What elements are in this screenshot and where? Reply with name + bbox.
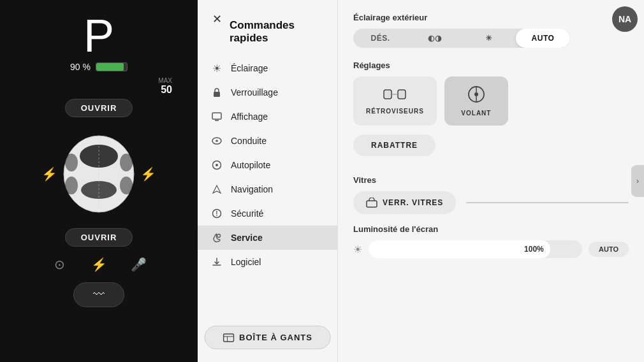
battery-fill (96, 63, 124, 71)
max-value: 50 (161, 84, 172, 96)
open-top-button[interactable]: OUVRIR (65, 99, 133, 117)
battery-percent: 90 % (70, 62, 91, 72)
svg-rect-8 (214, 92, 220, 97)
sidebar-item-service[interactable]: Service (198, 226, 337, 250)
luminosite-row: ☀ 100% AUTO (353, 240, 629, 258)
svg-rect-22 (384, 90, 392, 99)
reglages-title: Réglages (353, 61, 629, 70)
open-bottom-button[interactable]: OUVRIR (65, 228, 133, 247)
car-display: ⚡ ⚡ (35, 123, 163, 225)
svg-point-12 (216, 140, 218, 142)
lighting-btn-auto[interactable]: AUTO (516, 29, 570, 48)
gear-indicator: P (84, 13, 114, 59)
svg-point-17 (217, 235, 221, 238)
sidebar-item-autopilote[interactable]: Autopilote (198, 153, 337, 177)
rabattre-button[interactable]: RABATTRE (353, 134, 435, 156)
settings-panel: ✕ Commandes rapides ☀ Éclairage Verrouil… (198, 0, 644, 362)
lighting-btn-dim[interactable]: ◐◑ (407, 29, 462, 48)
sidebar-item-verrouillage[interactable]: Verrouillage (198, 80, 337, 105)
mic-icon[interactable]: 🎤 (128, 254, 149, 275)
close-button[interactable]: ✕ (208, 10, 226, 28)
securite-icon: ! (210, 207, 223, 220)
retroviseurs-label: RÉTROVISEURS (366, 108, 424, 115)
sidebar-item-affichage[interactable]: Affichage (198, 105, 337, 129)
sidebar-item-securite[interactable]: ! Sécurité (198, 201, 337, 226)
right-arrow-button[interactable]: › (631, 165, 644, 197)
luminosite-section: Luminosité de l'écran ☀ 100% AUTO (353, 224, 629, 258)
svg-rect-29 (367, 201, 377, 207)
sidebar-item-logiciel[interactable]: Logiciel (198, 250, 337, 274)
brightness-value: 100% (524, 245, 544, 254)
conduite-label: Conduite (231, 136, 267, 146)
volant-label: VOLANT (461, 110, 491, 117)
reglages-row: RÉTROVISEURS VOLANT (353, 76, 629, 126)
vitres-row: VERR. VITRES (353, 191, 629, 214)
svg-rect-23 (398, 90, 406, 99)
vitres-section: Vitres VERR. VITRES (353, 175, 629, 214)
svg-point-4 (65, 177, 78, 194)
retroviseurs-icon (383, 87, 406, 105)
verr-vitres-icon (366, 198, 377, 208)
eclairage-ext-title: Éclairage extérieur (353, 13, 629, 22)
glove-box-button[interactable]: BOÎTE À GANTS (204, 326, 331, 349)
lighting-buttons-row: DÉS. ◐◑ ☀ AUTO (353, 29, 570, 48)
glove-box-icon (223, 333, 234, 342)
sidebar-item-navigation[interactable]: Navigation (198, 177, 337, 201)
verrouillage-label: Verrouillage (231, 87, 278, 98)
content-panel: Éclairage extérieur DÉS. ◐◑ ☀ AUTO Régla… (338, 0, 644, 362)
lightning-right-icon: ⚡ (140, 166, 156, 182)
circle-icon[interactable]: ⊙ (49, 254, 70, 275)
brightness-slider[interactable]: 100% (369, 240, 582, 258)
eclairage-icon: ☀ (210, 62, 223, 75)
settings-sidebar: ✕ Commandes rapides ☀ Éclairage Verrouil… (198, 0, 338, 362)
max-label: MAX (158, 77, 172, 84)
svg-point-5 (120, 154, 133, 171)
conduite-icon (210, 134, 223, 147)
max-info: MAX 50 (158, 77, 172, 96)
affichage-icon (210, 110, 223, 123)
service-icon (210, 231, 223, 244)
navigation-label: Navigation (231, 184, 273, 194)
eclairage-label: Éclairage (231, 63, 268, 73)
bottom-icons-row: ⊙ ⚡ 🎤 (49, 254, 149, 275)
sidebar-item-eclairage[interactable]: ☀ Éclairage (198, 56, 337, 80)
volant-card[interactable]: VOLANT (444, 76, 508, 126)
eclairage-section: Éclairage extérieur DÉS. ◐◑ ☀ AUTO (353, 13, 629, 48)
brightness-auto-button[interactable]: AUTO (589, 242, 629, 257)
autopilote-label: Autopilote (231, 160, 270, 170)
retroviseurs-card[interactable]: RÉTROVISEURS (353, 76, 437, 126)
vitres-title: Vitres (353, 175, 629, 185)
svg-point-14 (216, 164, 218, 166)
lightning-icon[interactable]: ⚡ (89, 254, 109, 275)
sidebar-item-conduite[interactable]: Conduite (198, 129, 337, 153)
lighting-btn-des[interactable]: DÉS. (353, 29, 407, 48)
luminosite-title: Luminosité de l'écran (353, 224, 629, 234)
affichage-label: Affichage (231, 112, 268, 122)
lighting-btn-full[interactable]: ☀ (462, 29, 516, 48)
wiper-button[interactable]: 〰 (73, 282, 124, 307)
svg-point-3 (65, 154, 78, 171)
volant-icon (467, 85, 485, 107)
reglages-section: Réglages RÉTROVISEURS VOLANT RABATTRE (353, 61, 629, 166)
glove-box-label: BOÎTE À GANTS (239, 333, 312, 342)
logiciel-icon (210, 256, 223, 268)
left-panel: P 90 % MAX 50 OUVRIR ⚡ ⚡ (0, 0, 198, 362)
lightning-left-icon: ⚡ (41, 166, 57, 182)
battery-row: 90 % (70, 62, 128, 72)
svg-point-1 (80, 145, 118, 168)
securite-label: Sécurité (231, 208, 263, 219)
verr-vitres-button[interactable]: VERR. VITRES (353, 191, 456, 214)
brightness-icon: ☀ (353, 243, 362, 256)
avatar-initials: NA (618, 14, 631, 24)
verrouillage-icon (210, 86, 223, 99)
autopilote-icon (210, 159, 223, 171)
verr-vitres-label: VERR. VITRES (383, 198, 443, 207)
service-label: Service (231, 233, 263, 243)
avatar[interactable]: NA (612, 6, 638, 32)
svg-text:!: ! (216, 210, 217, 217)
battery-bar (96, 62, 128, 71)
brightness-fill: 100% (369, 240, 550, 258)
car-svg (45, 129, 153, 219)
svg-rect-9 (212, 113, 221, 119)
logiciel-label: Logiciel (231, 257, 261, 267)
